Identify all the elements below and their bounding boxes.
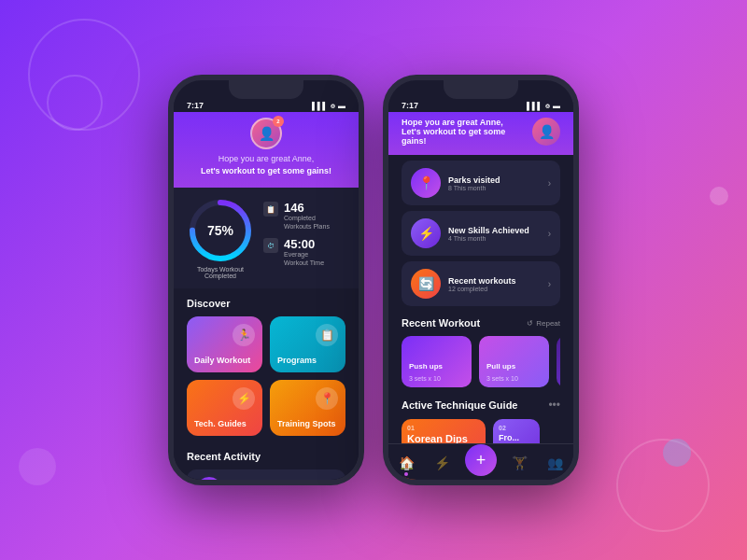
technique-dots: ••• [548, 399, 560, 412]
header-avatar[interactable]: 👤 [532, 118, 560, 146]
repeat-icon: ↺ [527, 319, 533, 328]
card-tech-guides[interactable]: ⚡ Tech. Guides [187, 380, 262, 436]
ach-parks-arrow: › [548, 178, 551, 189]
ach-recent-title: Recent workouts [448, 276, 541, 286]
training-spots-icon: 📍 [316, 387, 338, 410]
repeat-label: Repeat [536, 319, 560, 328]
achievements-list: 📍 Parks visited 8 This month › ⚡ New Ski… [388, 155, 573, 312]
discover-grid: 🏃 Daily Workout 📋 Programs ⚡ Tech. Guide… [187, 316, 345, 436]
stats-section: 75% Todays WorkoutCompleted 📋 146 Comple… [174, 188, 359, 288]
nav-home-dot [404, 472, 408, 476]
greeting2-line1: Hope you are great Anne, [402, 118, 532, 127]
recent-workout-header: Recent Workout ↺ Repeat [402, 317, 560, 329]
technique-number-2: 02 [499, 425, 534, 431]
ach-parks-sub: 8 This month [448, 185, 541, 191]
header-1: 👤 2 Hope you are great Anne, Let's worko… [174, 112, 359, 188]
card-programs[interactable]: 📋 Programs [270, 316, 345, 372]
discover-title: Discover [187, 298, 345, 309]
greeting-line2: Let's workout to get some gains! [187, 165, 345, 177]
achievement-recent[interactable]: 🔄 Recent workouts 12 completed › [402, 261, 560, 306]
battery-icon: ▬ [338, 102, 345, 110]
workouts-icon: 📋 [263, 202, 278, 217]
progress-percent: 75% [207, 223, 233, 238]
greeting-line1: Hope you are great Anne, [187, 153, 345, 165]
header-2: Hope you are great Anne, Let's workout t… [388, 112, 573, 155]
time-2: 7:17 [402, 101, 418, 110]
home-icon: 🏠 [399, 455, 415, 470]
signal-icon: ▌▌▌ [312, 102, 328, 110]
recent-activity-section: Recent Activity 📍 Parks visited 8 This m… [174, 445, 359, 480]
card-daily-workout[interactable]: 🏃 Daily Workout [187, 316, 262, 372]
dumbbell-icon: 🏋 [512, 455, 528, 470]
ach-recent-sub: 12 completed [448, 286, 541, 292]
status-icons-1: ▌▌▌ ⌾ ▬ [312, 102, 345, 110]
time-number: 45:00 [284, 238, 324, 250]
ach-skills-arrow: › [548, 229, 551, 239]
pushups-sets: 3 sets x 10 [409, 375, 441, 382]
notch-2 [444, 80, 518, 99]
screen-2: 7:17 ▌▌▌ ⌾ ▬ Hope you are great Anne, Le… [388, 99, 573, 480]
ach-recent-icon: 🔄 [411, 269, 441, 299]
training-spots-label: Training Spots [277, 419, 336, 428]
daily-workout-icon: 🏃 [233, 324, 255, 346]
phone-2: 7:17 ▌▌▌ ⌾ ▬ Hope you are great Anne, Le… [383, 75, 579, 485]
tech-guides-label: Tech. Guides [194, 419, 247, 428]
technique-title: Active Technique Guide [402, 399, 518, 411]
ach-parks-info: Parks visited 8 This month [448, 175, 541, 191]
nav-activity[interactable]: ⚡ [430, 450, 456, 476]
wifi-icon: ⌾ [331, 102, 335, 110]
wifi-icon-2: ⌾ [545, 102, 550, 110]
activity-parks-icon: 📍 [196, 477, 222, 480]
achievement-parks[interactable]: 📍 Parks visited 8 This month › [402, 161, 560, 205]
workout-label: Todays WorkoutCompleted [187, 266, 254, 279]
stats-right: 📋 146 CompletedWorkouts Plans ⏱ 45:00 Ev… [263, 202, 345, 274]
nav-home[interactable]: 🏠 [393, 450, 419, 476]
add-icon: + [476, 451, 486, 470]
status-icons-2: ▌▌▌ ⌾ ▬ [527, 102, 560, 110]
recent-workout-section: Recent Workout ↺ Repeat Push ups 3 sets … [388, 312, 573, 393]
ach-skills-sub: 4 This month [448, 235, 541, 242]
ach-parks-icon: 📍 [411, 168, 441, 198]
stat-workouts: 📋 146 CompletedWorkouts Plans [263, 202, 345, 231]
pushups-title: Push ups [409, 362, 443, 371]
avatar[interactable]: 👤 2 [250, 118, 282, 149]
avatar-container: 👤 2 [187, 118, 345, 149]
header-text: Hope you are great Anne, Let's workout t… [402, 118, 532, 146]
achievement-skills[interactable]: ⚡ New Skills Achieved 4 This month › [402, 211, 560, 256]
signal-icon-2: ▌▌▌ [527, 102, 543, 110]
time-1: 7:17 [187, 101, 204, 110]
phone-1: 7:17 ▌▌▌ ⌾ ▬ 👤 2 Hope you are great Anne… [168, 75, 364, 485]
pullups-title: Pull ups [486, 362, 515, 371]
ach-recent-arrow: › [548, 279, 551, 289]
tech-guides-icon: ⚡ [233, 387, 255, 410]
workout-pullups[interactable]: Pull ups 3 sets x 10 [479, 336, 549, 387]
technique-name-2: Fro... [499, 433, 534, 442]
nav-people[interactable]: 👥 [543, 450, 569, 476]
bottom-nav: 🏠 ⚡ + 🏋 👥 [388, 443, 573, 480]
pullups-sets: 3 sets x 10 [486, 375, 518, 382]
nav-add-button[interactable]: + [465, 444, 497, 476]
workouts-number: 146 [284, 202, 330, 214]
activity-icon: ⚡ [434, 455, 450, 470]
workout-pushups[interactable]: Push ups 3 sets x 10 [402, 336, 472, 387]
stat-time-info: 45:00 EverageWorkout Time [284, 238, 324, 267]
nav-dumbbell[interactable]: 🏋 [506, 450, 532, 476]
workout-cards: Push ups 3 sets x 10 Pull ups 3 sets x 1… [402, 336, 560, 387]
battery-icon-2: ▬ [553, 102, 560, 110]
daily-workout-label: Daily Workout [194, 356, 250, 365]
stat-time: ⏱ 45:00 EverageWorkout Time [263, 238, 345, 267]
card-training-spots[interactable]: 📍 Training Spots [270, 380, 345, 436]
ach-recent-info: Recent workouts 12 completed [448, 276, 541, 292]
workout-other[interactable] [557, 336, 560, 387]
ach-parks-title: Parks visited [448, 175, 541, 185]
screen-1: 7:17 ▌▌▌ ⌾ ▬ 👤 2 Hope you are great Anne… [174, 99, 359, 480]
discover-section: Discover 🏃 Daily Workout 📋 Programs ⚡ Te… [174, 288, 359, 445]
stat-workouts-info: 146 CompletedWorkouts Plans [284, 202, 330, 231]
repeat-button[interactable]: ↺ Repeat [527, 319, 560, 328]
recent-activity-title: Recent Activity [187, 451, 345, 462]
status-bar-2: 7:17 ▌▌▌ ⌾ ▬ [388, 99, 573, 112]
time-icon: ⏱ [263, 238, 278, 253]
ach-skills-info: New Skills Achieved 4 This month [448, 226, 541, 242]
activity-item-parks[interactable]: 📍 Parks visited 8 This month › [187, 469, 345, 480]
technique-number-1: 01 [407, 425, 480, 431]
